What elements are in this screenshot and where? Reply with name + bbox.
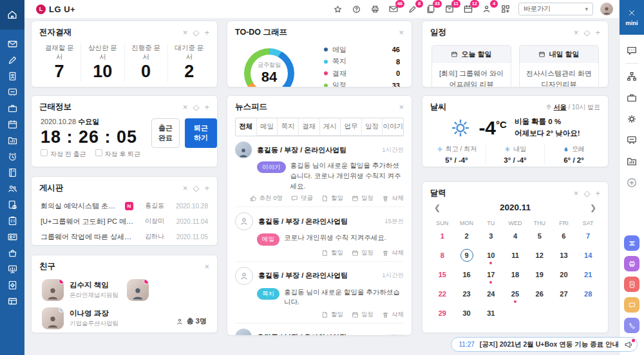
calendar-day[interactable]: 21 bbox=[576, 268, 600, 287]
calendar-day[interactable]: 10 bbox=[478, 249, 503, 268]
close-icon[interactable]: × bbox=[574, 28, 579, 37]
help-icon[interactable] bbox=[350, 3, 362, 15]
post-author[interactable]: 홍길동 / 부장 / 온라인사업팀 bbox=[257, 332, 346, 336]
calendar-day[interactable]: 14 bbox=[576, 249, 600, 268]
rail-orgchart-button[interactable] bbox=[620, 66, 644, 87]
pin-icon[interactable]: ◇ bbox=[193, 184, 199, 192]
sidebar-item-stats[interactable] bbox=[0, 261, 24, 277]
checkbox-after-midnight[interactable]: 자정 후 퇴근 bbox=[95, 149, 141, 159]
app-works-button[interactable] bbox=[624, 235, 639, 251]
calendar-day[interactable]: 6 bbox=[552, 230, 576, 249]
add-icon[interactable]: + bbox=[595, 189, 600, 197]
today-schedule[interactable]: 오늘 할일 [회의] 그룹웨어 와이어프레임 리뷰 bbox=[431, 45, 511, 87]
profile-avatar[interactable] bbox=[600, 3, 613, 15]
close-icon[interactable]: × bbox=[399, 103, 404, 111]
friend-item[interactable]: 이나영 과장 기업솔루션사업팀 bbox=[42, 307, 122, 329]
calendar-day[interactable]: 28 bbox=[576, 287, 600, 307]
todo-action[interactable]: 할일 bbox=[321, 249, 343, 257]
calendar-day[interactable]: 4 bbox=[503, 230, 527, 249]
board-row[interactable]: 그룹웨어 작업에 따른 상세 개선 내용안내 김하나 2020.11.05 bbox=[41, 229, 208, 244]
rail-chat-button[interactable] bbox=[620, 40, 644, 61]
checkbox-before-midnight[interactable]: 자정 전 출근 bbox=[41, 149, 86, 159]
tab-all[interactable]: 전체 bbox=[236, 118, 257, 136]
post-author[interactable]: 홍길동 / 부장 / 온라인사업팀 bbox=[258, 271, 348, 280]
calendar-day[interactable]: 5 bbox=[527, 230, 552, 249]
friend-item[interactable]: 김수지 책임 온라인채널지원팀 bbox=[42, 279, 122, 301]
pin-icon[interactable]: ◇ bbox=[583, 189, 590, 197]
sidebar-item-doc-settings[interactable] bbox=[0, 277, 24, 293]
pin-icon[interactable]: ◇ bbox=[583, 28, 590, 37]
add-icon[interactable]: + bbox=[204, 28, 209, 37]
calendar-day[interactable]: 19 bbox=[527, 268, 552, 287]
clock-out-button[interactable]: 퇴근 하기 bbox=[185, 118, 217, 148]
like-action[interactable]: 추천 0명 bbox=[250, 194, 283, 203]
calendar-day[interactable]: 20 bbox=[552, 268, 576, 287]
delete-action[interactable]: 삭제 bbox=[382, 311, 404, 319]
sidebar-item-calendar[interactable] bbox=[0, 116, 24, 132]
calendar-day[interactable]: 25 bbox=[503, 287, 527, 307]
close-icon[interactable]: × bbox=[183, 103, 188, 111]
close-icon[interactable]: × bbox=[183, 184, 188, 192]
calendar-day[interactable]: 29 bbox=[430, 307, 455, 326]
sidebar-item-survey[interactable] bbox=[0, 213, 24, 229]
calendar-day[interactable]: 2 bbox=[455, 230, 479, 249]
schedule-action[interactable]: 일정 bbox=[352, 194, 374, 203]
post-author[interactable]: 홍길동 / 부장 / 온라인사업팀 bbox=[258, 217, 348, 226]
sidebar-item-note[interactable] bbox=[0, 52, 24, 68]
calendar-day[interactable]: 12 bbox=[527, 249, 552, 268]
schedule-action[interactable]: 일정 bbox=[352, 249, 374, 257]
pin-icon[interactable]: ◇ bbox=[193, 103, 199, 111]
tab-post[interactable]: 게시 bbox=[320, 118, 341, 136]
tomorrow-schedule[interactable]: 내일 할일 전사시스템관리 화면 디자인리뷰 bbox=[519, 45, 599, 87]
calendar-next-arrow[interactable]: ❯ bbox=[589, 203, 598, 212]
todo-action[interactable]: 할일 bbox=[321, 311, 343, 319]
tab-schedule[interactable]: 일정 bbox=[362, 118, 383, 136]
sidebar-item-report[interactable] bbox=[0, 132, 24, 149]
docs-shortcut-icon[interactable]: 33 bbox=[425, 3, 437, 15]
approval-stat-waiting[interactable]: 대기중 문서2 bbox=[167, 44, 211, 82]
sidebar-item-alarm[interactable] bbox=[0, 149, 24, 165]
tab-note[interactable]: 쪽지 bbox=[278, 118, 299, 136]
print-icon[interactable] bbox=[369, 3, 381, 15]
add-icon[interactable]: + bbox=[595, 28, 600, 37]
calendar-day[interactable]: 26 bbox=[527, 287, 552, 307]
favorite-star-icon[interactable] bbox=[332, 3, 343, 15]
post-author[interactable]: 홍길동 / 부장 / 온라인사업팀 bbox=[257, 145, 346, 155]
todo-action[interactable]: 할일 bbox=[321, 194, 343, 203]
calendar-day[interactable]: 27 bbox=[552, 287, 576, 307]
sidebar-item-home[interactable] bbox=[0, 0, 24, 30]
delete-action[interactable]: 삭제 bbox=[382, 194, 404, 203]
calendar-day[interactable]: 11 bbox=[503, 249, 527, 268]
calendar-day[interactable]: 18 bbox=[503, 268, 527, 287]
add-icon[interactable]: + bbox=[204, 184, 209, 192]
app-chat-button[interactable] bbox=[624, 297, 639, 313]
calendar-day[interactable]: 1 bbox=[430, 230, 455, 249]
close-icon[interactable]: × bbox=[399, 28, 404, 37]
sidebar-item-board[interactable] bbox=[0, 84, 24, 100]
tab-mail[interactable]: 메일 bbox=[257, 118, 278, 136]
calendar-day[interactable]: 17 bbox=[478, 268, 503, 287]
calendar-day[interactable]: 8 bbox=[430, 249, 455, 268]
sidebar-item-expense[interactable] bbox=[0, 293, 24, 309]
approval-stat-submitted[interactable]: 상신한 문서10 bbox=[80, 44, 124, 82]
calendar-shortcut-icon[interactable]: 12 bbox=[462, 3, 474, 15]
add-icon[interactable]: + bbox=[204, 103, 209, 111]
calendar-day[interactable]: 13 bbox=[552, 249, 576, 268]
calendar-day[interactable]: 23 bbox=[455, 287, 479, 307]
app-document-button[interactable] bbox=[624, 277, 639, 292]
sidebar-item-approval[interactable] bbox=[0, 68, 24, 84]
org-grid-icon[interactable] bbox=[500, 3, 511, 15]
board-row[interactable]: 엘지유플러스 신구서비스 런칭 업무혁신 팀의 워크.. 홍길동 2020.11… bbox=[41, 244, 208, 246]
rail-add-button[interactable] bbox=[620, 172, 644, 193]
friend-item[interactable] bbox=[127, 279, 207, 301]
mail-shortcut-icon[interactable]: 46 bbox=[388, 3, 399, 15]
people-shortcut-icon[interactable]: 4 bbox=[481, 3, 493, 15]
rail-report-button[interactable] bbox=[620, 150, 644, 172]
sidebar-item-org[interactable] bbox=[0, 181, 24, 197]
rail-work-button[interactable] bbox=[620, 87, 644, 108]
approval-stat-todo[interactable]: 결재할 문서7 bbox=[38, 44, 80, 82]
sidebar-item-doc-clock[interactable] bbox=[0, 197, 24, 213]
close-icon[interactable]: × bbox=[574, 189, 579, 197]
sidebar-item-contacts[interactable] bbox=[0, 165, 24, 181]
approval-stat-inprogress[interactable]: 진행중 문서0 bbox=[124, 44, 167, 82]
